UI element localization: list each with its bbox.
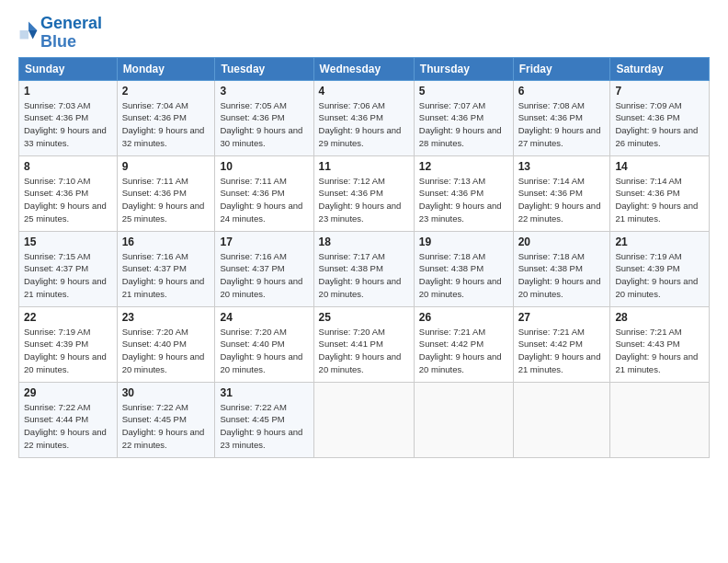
day-number: 30	[122, 386, 210, 399]
calendar-week-1: 1 Sunrise: 7:03 AMSunset: 4:36 PMDayligh…	[19, 80, 710, 155]
calendar-week-3: 15 Sunrise: 7:15 AMSunset: 4:37 PMDaylig…	[19, 231, 710, 306]
day-number: 17	[220, 236, 308, 248]
day-cell-15: 15 Sunrise: 7:15 AMSunset: 4:37 PMDaylig…	[19, 231, 118, 306]
day-number: 24	[220, 311, 308, 324]
day-cell-16: 16 Sunrise: 7:16 AMSunset: 4:37 PMDaylig…	[117, 231, 215, 306]
day-info: Sunrise: 7:11 AMSunset: 4:36 PMDaylight:…	[220, 176, 302, 224]
svg-marker-0	[28, 21, 37, 29]
day-info: Sunrise: 7:19 AMSunset: 4:39 PMDaylight:…	[24, 327, 107, 374]
day-info: Sunrise: 7:12 AMSunset: 4:36 PMDaylight:…	[319, 176, 402, 224]
day-number: 12	[419, 160, 508, 173]
calendar-table: SundayMondayTuesdayWednesdayThursdayFrid…	[18, 57, 710, 458]
day-cell-23: 23 Sunrise: 7:20 AMSunset: 4:40 PMDaylig…	[117, 306, 215, 382]
logo-icon	[18, 20, 39, 40]
day-cell-20: 20 Sunrise: 7:18 AMSunset: 4:38 PMDaylig…	[513, 231, 610, 306]
day-number: 28	[615, 311, 704, 324]
day-header-saturday: Saturday	[610, 57, 710, 80]
day-cell-10: 10 Sunrise: 7:11 AMSunset: 4:36 PMDaylig…	[215, 155, 313, 231]
day-info: Sunrise: 7:21 AMSunset: 4:42 PMDaylight:…	[419, 327, 502, 374]
day-info: Sunrise: 7:16 AMSunset: 4:37 PMDaylight:…	[122, 251, 205, 299]
day-info: Sunrise: 7:14 AMSunset: 4:36 PMDaylight:…	[615, 176, 698, 224]
day-info: Sunrise: 7:21 AMSunset: 4:43 PMDaylight:…	[615, 327, 698, 374]
empty-cell	[313, 382, 414, 457]
day-number: 16	[122, 236, 210, 248]
day-cell-27: 27 Sunrise: 7:21 AMSunset: 4:42 PMDaylig…	[513, 306, 610, 382]
day-info: Sunrise: 7:04 AMSunset: 4:36 PMDaylight:…	[122, 100, 205, 148]
day-number: 4	[319, 85, 409, 98]
day-number: 13	[518, 160, 606, 173]
day-number: 10	[220, 160, 308, 173]
day-number: 14	[615, 160, 704, 173]
day-info: Sunrise: 7:19 AMSunset: 4:39 PMDaylight:…	[615, 251, 698, 299]
day-info: Sunrise: 7:06 AMSunset: 4:36 PMDaylight:…	[319, 100, 402, 148]
day-cell-4: 4 Sunrise: 7:06 AMSunset: 4:36 PMDayligh…	[313, 80, 414, 155]
day-number: 5	[419, 85, 508, 98]
day-number: 22	[24, 311, 112, 324]
day-info: Sunrise: 7:21 AMSunset: 4:42 PMDaylight:…	[518, 327, 601, 374]
day-info: Sunrise: 7:18 AMSunset: 4:38 PMDaylight:…	[419, 251, 502, 299]
day-cell-2: 2 Sunrise: 7:04 AMSunset: 4:36 PMDayligh…	[117, 80, 215, 155]
day-number: 11	[319, 160, 409, 173]
logo-text: General Blue	[40, 15, 102, 52]
day-info: Sunrise: 7:09 AMSunset: 4:36 PMDaylight:…	[615, 100, 698, 148]
day-header-tuesday: Tuesday	[215, 57, 313, 80]
day-cell-31: 31 Sunrise: 7:22 AMSunset: 4:45 PMDaylig…	[215, 382, 313, 457]
day-info: Sunrise: 7:18 AMSunset: 4:38 PMDaylight:…	[518, 251, 601, 299]
day-number: 3	[220, 85, 308, 98]
day-info: Sunrise: 7:05 AMSunset: 4:36 PMDaylight:…	[220, 100, 302, 148]
day-cell-3: 3 Sunrise: 7:05 AMSunset: 4:36 PMDayligh…	[215, 80, 313, 155]
day-info: Sunrise: 7:07 AMSunset: 4:36 PMDaylight:…	[419, 100, 502, 148]
day-info: Sunrise: 7:03 AMSunset: 4:36 PMDaylight:…	[24, 100, 107, 148]
day-info: Sunrise: 7:16 AMSunset: 4:37 PMDaylight:…	[220, 251, 302, 299]
day-cell-26: 26 Sunrise: 7:21 AMSunset: 4:42 PMDaylig…	[414, 306, 513, 382]
day-info: Sunrise: 7:22 AMSunset: 4:45 PMDaylight:…	[122, 402, 205, 450]
day-cell-22: 22 Sunrise: 7:19 AMSunset: 4:39 PMDaylig…	[19, 306, 118, 382]
day-cell-1: 1 Sunrise: 7:03 AMSunset: 4:36 PMDayligh…	[19, 80, 118, 155]
day-info: Sunrise: 7:08 AMSunset: 4:36 PMDaylight:…	[518, 100, 601, 148]
empty-cell	[513, 382, 610, 457]
day-cell-19: 19 Sunrise: 7:18 AMSunset: 4:38 PMDaylig…	[414, 231, 513, 306]
day-header-monday: Monday	[117, 57, 215, 80]
empty-cell	[610, 382, 710, 457]
day-number: 31	[220, 386, 308, 399]
day-number: 27	[518, 311, 606, 324]
day-cell-5: 5 Sunrise: 7:07 AMSunset: 4:36 PMDayligh…	[414, 80, 513, 155]
day-number: 20	[518, 236, 606, 248]
day-number: 25	[319, 311, 409, 324]
day-cell-18: 18 Sunrise: 7:17 AMSunset: 4:38 PMDaylig…	[313, 231, 414, 306]
day-cell-25: 25 Sunrise: 7:20 AMSunset: 4:41 PMDaylig…	[313, 306, 414, 382]
day-number: 2	[122, 85, 210, 98]
day-info: Sunrise: 7:17 AMSunset: 4:38 PMDaylight:…	[319, 251, 402, 299]
day-info: Sunrise: 7:20 AMSunset: 4:40 PMDaylight:…	[122, 327, 205, 374]
calendar-week-5: 29 Sunrise: 7:22 AMSunset: 4:44 PMDaylig…	[19, 382, 710, 457]
day-header-wednesday: Wednesday	[313, 57, 414, 80]
day-header-friday: Friday	[513, 57, 610, 80]
day-number: 15	[24, 236, 112, 248]
day-cell-24: 24 Sunrise: 7:20 AMSunset: 4:40 PMDaylig…	[215, 306, 313, 382]
day-info: Sunrise: 7:13 AMSunset: 4:36 PMDaylight:…	[419, 176, 502, 224]
day-number: 29	[24, 386, 112, 399]
day-number: 1	[24, 85, 112, 98]
day-cell-29: 29 Sunrise: 7:22 AMSunset: 4:44 PMDaylig…	[19, 382, 118, 457]
day-number: 19	[419, 236, 508, 248]
day-number: 6	[518, 85, 606, 98]
day-info: Sunrise: 7:22 AMSunset: 4:44 PMDaylight:…	[24, 402, 107, 450]
day-number: 21	[615, 236, 704, 248]
svg-marker-1	[28, 30, 37, 39]
day-cell-9: 9 Sunrise: 7:11 AMSunset: 4:36 PMDayligh…	[117, 155, 215, 231]
calendar-body: 1 Sunrise: 7:03 AMSunset: 4:36 PMDayligh…	[19, 80, 710, 457]
day-cell-7: 7 Sunrise: 7:09 AMSunset: 4:36 PMDayligh…	[610, 80, 710, 155]
page-header: General Blue	[18, 15, 710, 52]
day-header-sunday: Sunday	[19, 57, 118, 80]
day-info: Sunrise: 7:15 AMSunset: 4:37 PMDaylight:…	[24, 251, 107, 299]
day-info: Sunrise: 7:10 AMSunset: 4:36 PMDaylight:…	[24, 176, 107, 224]
logo: General Blue	[18, 15, 102, 52]
day-info: Sunrise: 7:22 AMSunset: 4:45 PMDaylight:…	[220, 402, 302, 450]
day-cell-30: 30 Sunrise: 7:22 AMSunset: 4:45 PMDaylig…	[117, 382, 215, 457]
day-info: Sunrise: 7:20 AMSunset: 4:40 PMDaylight:…	[220, 327, 302, 374]
day-number: 23	[122, 311, 210, 324]
day-number: 9	[122, 160, 210, 173]
day-number: 8	[24, 160, 112, 173]
day-cell-28: 28 Sunrise: 7:21 AMSunset: 4:43 PMDaylig…	[610, 306, 710, 382]
day-number: 18	[319, 236, 409, 248]
